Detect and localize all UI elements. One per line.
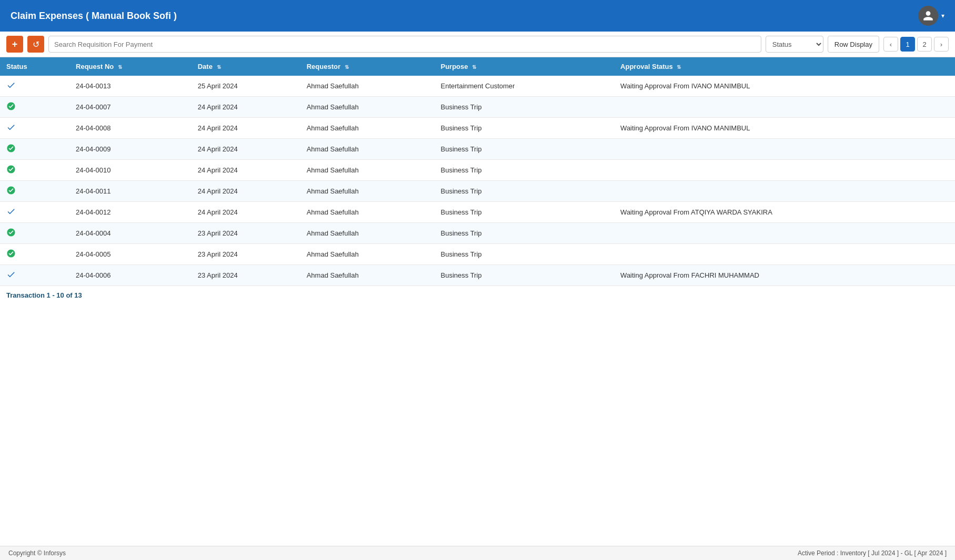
cell-request-no: 24-04-0005 — [69, 244, 192, 265]
cell-approval-status — [614, 160, 955, 181]
cell-status — [0, 76, 69, 97]
cell-date: 23 April 2024 — [192, 223, 300, 244]
cell-date: 24 April 2024 — [192, 160, 300, 181]
col-date[interactable]: Date ⇅ — [192, 57, 300, 76]
cell-requestor: Ahmad Saefullah — [300, 181, 435, 202]
cell-status — [0, 118, 69, 139]
circle-check-icon — [6, 101, 16, 111]
cell-requestor: Ahmad Saefullah — [300, 265, 435, 286]
cell-request-no: 24-04-0011 — [69, 181, 192, 202]
col-status: Status — [0, 57, 69, 76]
table-row[interactable]: 24-04-000824 April 2024Ahmad SaefullahBu… — [0, 118, 955, 139]
top-header: Claim Expenses ( Manual Book Sofi ) ▾ — [0, 0, 955, 32]
cell-date: 24 April 2024 — [192, 181, 300, 202]
table-row[interactable]: 24-04-001124 April 2024Ahmad SaefullahBu… — [0, 181, 955, 202]
col-request-no[interactable]: Request No ⇅ — [69, 57, 192, 76]
cell-approval-status — [614, 181, 955, 202]
cell-requestor: Ahmad Saefullah — [300, 97, 435, 118]
cell-request-no: 24-04-0013 — [69, 76, 192, 97]
page-1-button[interactable]: 1 — [900, 37, 915, 52]
table-row[interactable]: 24-04-001224 April 2024Ahmad SaefullahBu… — [0, 202, 955, 223]
active-period-label: Active Period : Inventory [ Jul 2024 ] -… — [798, 549, 947, 557]
person-icon — [922, 10, 934, 22]
page-title: Claim Expenses ( Manual Book Sofi ) — [11, 11, 177, 22]
cell-requestor: Ahmad Saefullah — [300, 139, 435, 160]
cell-date: 24 April 2024 — [192, 118, 300, 139]
add-button[interactable]: + — [6, 36, 23, 53]
bottom-bar: Copyright © Inforsys Active Period : Inv… — [0, 546, 955, 560]
cell-date: 25 April 2024 — [192, 76, 300, 97]
table-row[interactable]: 24-04-000924 April 2024Ahmad SaefullahBu… — [0, 139, 955, 160]
cell-requestor: Ahmad Saefullah — [300, 118, 435, 139]
cell-purpose: Business Trip — [435, 97, 615, 118]
cell-purpose: Business Trip — [435, 118, 615, 139]
cell-date: 24 April 2024 — [192, 202, 300, 223]
row-display-button[interactable]: Row Display — [828, 36, 879, 53]
refresh-button[interactable]: ↺ — [27, 36, 44, 53]
col-purpose[interactable]: Purpose ⇅ — [435, 57, 615, 76]
cell-status — [0, 202, 69, 223]
prev-page-button[interactable]: ‹ — [883, 37, 898, 52]
pagination: ‹ 1 2 › — [883, 37, 949, 52]
table-row[interactable]: 24-04-000623 April 2024Ahmad SaefullahBu… — [0, 265, 955, 286]
table-container: Status Request No ⇅ Date ⇅ Requestor ⇅ P… — [0, 57, 955, 286]
cell-purpose: Business Trip — [435, 265, 615, 286]
cell-date: 23 April 2024 — [192, 265, 300, 286]
copyright-label: Copyright © Inforsys — [8, 549, 66, 557]
cell-status — [0, 244, 69, 265]
cell-approval-status — [614, 139, 955, 160]
cell-approval-status: Waiting Approval From IVANO MANIMBUL — [614, 118, 955, 139]
cell-status — [0, 265, 69, 286]
check-icon — [6, 207, 16, 216]
page-1-label: 1 — [906, 40, 909, 48]
table-row[interactable]: 24-04-001024 April 2024Ahmad SaefullahBu… — [0, 160, 955, 181]
main-table: Status Request No ⇅ Date ⇅ Requestor ⇅ P… — [0, 57, 955, 286]
check-icon — [6, 270, 16, 279]
col-approval-status[interactable]: Approval Status ⇅ — [614, 57, 955, 76]
col-request-no-label: Request No — [76, 63, 114, 70]
check-icon — [6, 80, 16, 90]
cell-request-no: 24-04-0008 — [69, 118, 192, 139]
status-select[interactable]: Status — [766, 36, 823, 53]
cell-purpose: Business Trip — [435, 244, 615, 265]
cell-request-no: 24-04-0006 — [69, 265, 192, 286]
cell-purpose: Business Trip — [435, 181, 615, 202]
next-icon: › — [940, 40, 942, 48]
circle-check-icon — [6, 249, 16, 258]
cell-approval-status — [614, 223, 955, 244]
user-avatar[interactable] — [918, 6, 938, 26]
cell-date: 24 April 2024 — [192, 97, 300, 118]
toolbar: + ↺ Status Row Display ‹ 1 2 › — [0, 32, 955, 57]
circle-check-icon — [6, 165, 16, 174]
refresh-icon: ↺ — [33, 39, 39, 49]
cell-status — [0, 97, 69, 118]
cell-purpose: Business Trip — [435, 202, 615, 223]
next-page-button[interactable]: › — [934, 37, 949, 52]
cell-purpose: Business Trip — [435, 139, 615, 160]
col-status-label: Status — [6, 63, 27, 70]
search-input[interactable] — [48, 36, 761, 53]
cell-approval-status — [614, 97, 955, 118]
table-body: 24-04-001325 April 2024Ahmad SaefullahEn… — [0, 76, 955, 286]
user-menu[interactable]: ▾ — [918, 6, 944, 26]
transaction-count: Transaction 1 - 10 of 13 — [0, 286, 955, 304]
page-2-button[interactable]: 2 — [917, 37, 932, 52]
col-requestor[interactable]: Requestor ⇅ — [300, 57, 435, 76]
col-requestor-label: Requestor — [307, 63, 340, 70]
cell-status — [0, 181, 69, 202]
prev-icon: ‹ — [890, 40, 892, 48]
cell-status — [0, 139, 69, 160]
check-icon — [6, 123, 16, 132]
table-header: Status Request No ⇅ Date ⇅ Requestor ⇅ P… — [0, 57, 955, 76]
cell-status — [0, 223, 69, 244]
table-row[interactable]: 24-04-000523 April 2024Ahmad SaefullahBu… — [0, 244, 955, 265]
table-row[interactable]: 24-04-000724 April 2024Ahmad SaefullahBu… — [0, 97, 955, 118]
chevron-down-icon: ▾ — [941, 12, 944, 19]
sort-requestor-icon: ⇅ — [345, 64, 349, 70]
cell-requestor: Ahmad Saefullah — [300, 202, 435, 223]
col-approval-status-label: Approval Status — [620, 63, 673, 70]
page-2-label: 2 — [922, 40, 926, 48]
cell-purpose: Business Trip — [435, 160, 615, 181]
table-row[interactable]: 24-04-001325 April 2024Ahmad SaefullahEn… — [0, 76, 955, 97]
table-row[interactable]: 24-04-000423 April 2024Ahmad SaefullahBu… — [0, 223, 955, 244]
